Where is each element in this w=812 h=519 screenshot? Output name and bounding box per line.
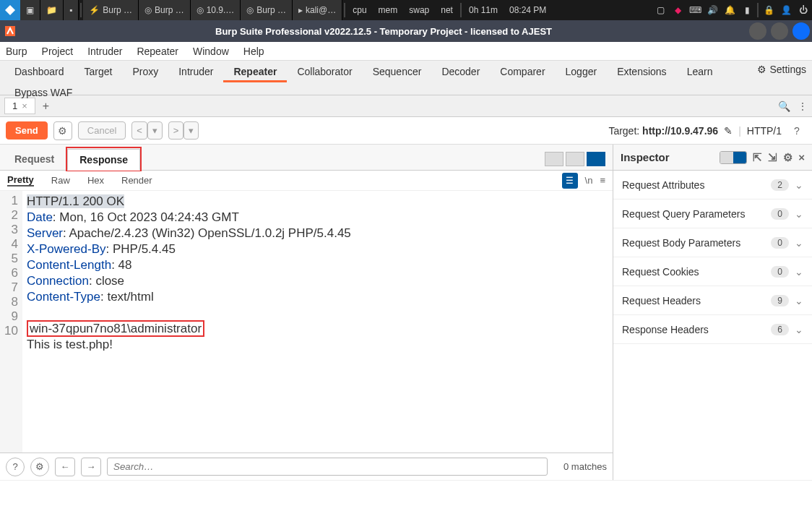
tray-display-icon[interactable]: ▢	[652, 0, 669, 20]
close-icon[interactable]: ×	[22, 100, 27, 111]
newline-icon[interactable]: \n	[585, 175, 593, 186]
send-button[interactable]: Send	[6, 121, 48, 140]
tray-bell-icon[interactable]: 🔔	[721, 0, 738, 20]
tool-tab-collaborator[interactable]: Collaborator	[287, 63, 362, 82]
pretty-toggle-icon[interactable]: ☰	[562, 173, 578, 189]
inspector-row[interactable]: Request Cookies0⌄	[613, 257, 812, 286]
inspector-row-label: Request Attributes	[622, 179, 704, 191]
send-options-gear-icon[interactable]: ⚙	[53, 121, 72, 140]
taskbar-app[interactable]: ▸ kali@…	[293, 0, 342, 20]
tab-request[interactable]: Request	[3, 149, 66, 169]
taskbar-app[interactable]: ◎ 10.9.…	[191, 0, 241, 20]
protocol-label[interactable]: HTTP/1	[747, 125, 782, 137]
target-value: http://10.9.47.96	[642, 125, 718, 137]
edit-target-icon[interactable]: ✎	[724, 125, 733, 137]
tray-cube-icon[interactable]: ◆	[669, 0, 686, 20]
search-icon[interactable]: 🔍	[778, 100, 790, 112]
tool-tab-logger[interactable]: Logger	[556, 63, 608, 82]
statusbar	[0, 480, 812, 492]
inspector-row-count: 2	[771, 179, 789, 191]
tool-tab-intruder[interactable]: Intruder	[168, 63, 223, 82]
taskbar-terminal[interactable]: ▣	[20, 0, 40, 20]
add-tab-button[interactable]: +	[35, 100, 56, 113]
tool-tab-repeater[interactable]: Repeater	[223, 63, 287, 82]
next-match-button[interactable]: →	[81, 458, 101, 476]
tool-tab-target[interactable]: Target	[74, 63, 123, 82]
inspector-close-icon[interactable]: ×	[798, 151, 805, 163]
format-tab-raw[interactable]: Raw	[51, 175, 70, 186]
hamburger-icon[interactable]: ≡	[600, 175, 605, 186]
layout-combined-icon[interactable]	[587, 152, 605, 166]
search-input[interactable]	[107, 458, 548, 476]
taskbar-meter: net	[435, 0, 459, 20]
settings-gear-icon[interactable]: ⚙	[757, 64, 766, 75]
taskbar-meter: cpu	[347, 0, 372, 20]
history-back-button[interactable]: <	[131, 121, 147, 140]
history-forward-button[interactable]: >	[168, 121, 184, 140]
main-split: Request Response PrettyRawHexRender ☰ \n…	[0, 145, 812, 480]
tray-power-icon[interactable]: ⏻	[795, 0, 812, 20]
repeater-tab-label: 1	[12, 100, 17, 111]
menu-burp[interactable]: Burp	[6, 46, 27, 57]
inspector-row[interactable]: Request Attributes2⌄	[613, 171, 812, 200]
chevron-down-icon: ⌄	[795, 237, 803, 249]
response-editor[interactable]: 1 2 3 4 5 6 7 8 910 HTTP/1.1 200 OK Date…	[0, 191, 613, 452]
inspector-gear-icon[interactable]: ⚙	[783, 151, 792, 164]
tray-battery-icon[interactable]: ▮	[738, 0, 756, 20]
inspector-row-label: Response Headers	[622, 324, 709, 335]
tool-tab-dashboard[interactable]: Dashboard	[4, 63, 74, 82]
window-maximize[interactable]	[771, 22, 788, 40]
tab-response[interactable]: Response	[67, 149, 140, 171]
app-launcher[interactable]	[0, 0, 20, 20]
menu-project[interactable]: Project	[42, 46, 74, 57]
cancel-button[interactable]: Cancel	[78, 121, 126, 140]
inspector-layout-toggle[interactable]	[720, 151, 747, 164]
chevron-down-icon: ⌄	[795, 179, 803, 191]
menu-intruder[interactable]: Intruder	[87, 46, 122, 57]
window-close[interactable]	[792, 22, 810, 40]
tool-tab-learn[interactable]: Learn	[677, 63, 723, 82]
menu-dots-icon[interactable]: ⋮	[798, 100, 808, 112]
expand-up-icon[interactable]: ⇱	[753, 151, 762, 164]
history-forward-menu[interactable]: ▾	[183, 121, 199, 140]
format-tab-pretty[interactable]: Pretty	[7, 174, 34, 186]
tool-tab-decoder[interactable]: Decoder	[431, 63, 490, 82]
settings-button[interactable]: Settings	[769, 64, 806, 75]
taskbar-app[interactable]: ◎ Burp …	[139, 0, 191, 20]
menu-help[interactable]: Help	[243, 46, 264, 57]
menu-window[interactable]: Window	[193, 46, 229, 57]
taskbar-term2[interactable]: ▪	[64, 0, 79, 20]
history-back-menu[interactable]: ▾	[147, 121, 163, 140]
collapse-icon[interactable]: ⇲	[768, 151, 777, 164]
format-tab-render[interactable]: Render	[121, 175, 152, 186]
taskbar-files[interactable]: 📁	[40, 0, 64, 20]
format-tab-hex[interactable]: Hex	[87, 175, 104, 186]
tool-tab-comparer[interactable]: Comparer	[490, 63, 555, 82]
chevron-down-icon: ⌄	[795, 266, 803, 278]
layout-vertical-icon[interactable]	[566, 152, 584, 166]
inspector-panel: Inspector ⇱ ⇲ ⚙ × Request Attributes2⌄Re…	[613, 145, 812, 480]
tray-keyboard-icon[interactable]: ⌨	[686, 0, 704, 20]
tool-tab-sequencer[interactable]: Sequencer	[363, 63, 432, 82]
tool-tab-bypass-waf[interactable]: Bypass WAF	[4, 84, 808, 101]
window-minimize[interactable]	[749, 22, 766, 40]
inspector-row[interactable]: Request Body Parameters0⌄	[613, 228, 812, 257]
inspector-row-count: 9	[771, 295, 789, 306]
help-icon[interactable]: ?	[787, 121, 806, 140]
inspector-row[interactable]: Request Query Parameters0⌄	[613, 200, 812, 228]
tray-user-icon[interactable]: 👤	[777, 0, 795, 20]
taskbar-app[interactable]: ⚡ Burp …	[83, 0, 139, 20]
prev-match-button[interactable]: ←	[55, 458, 75, 476]
menu-repeater[interactable]: Repeater	[137, 46, 178, 57]
inspector-row[interactable]: Request Headers9⌄	[613, 286, 812, 315]
inspector-row[interactable]: Response Headers6⌄	[613, 315, 812, 344]
help-icon[interactable]: ?	[6, 458, 25, 476]
tool-tab-proxy[interactable]: Proxy	[122, 63, 168, 82]
tool-tab-extensions[interactable]: Extensions	[607, 63, 676, 82]
layout-horizontal-icon[interactable]	[545, 152, 563, 166]
settings-gear-icon[interactable]: ⚙	[30, 458, 49, 476]
tray-lock-icon[interactable]: 🔒	[760, 0, 777, 20]
tray-volume-icon[interactable]: 🔊	[704, 0, 721, 20]
editor-pane: Request Response PrettyRawHexRender ☰ \n…	[0, 145, 613, 480]
taskbar-app[interactable]: ◎ Burp …	[241, 0, 293, 20]
